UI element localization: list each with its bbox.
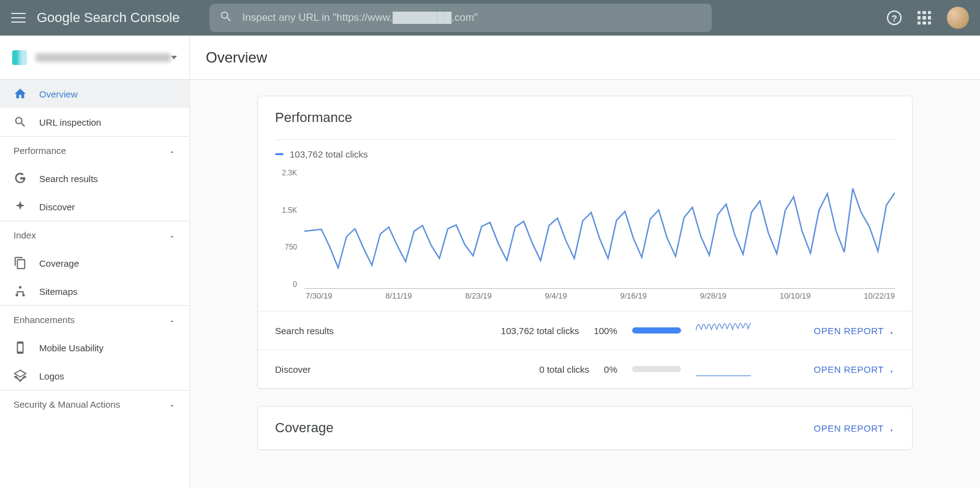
help-icon[interactable]: ? [887, 10, 902, 25]
chevron-down-icon [168, 401, 176, 408]
search-icon [13, 115, 27, 129]
summary-value: 0 total clicks [539, 364, 589, 375]
sidebar-item-overview[interactable]: Overview [0, 80, 189, 108]
open-report-search-results[interactable]: OPEN REPORT [814, 326, 895, 336]
summary-pct: 0% [604, 364, 617, 375]
property-favicon [12, 50, 27, 65]
summary-pct-bar [632, 366, 681, 372]
summary-row: Search results103,762 total clicks100%OP… [258, 311, 912, 349]
sidebar: Overview URL inspection Performance Sear… [0, 36, 190, 488]
coverage-card: Coverage OPEN REPORT [257, 406, 913, 450]
performance-card-title: Performance [275, 110, 352, 126]
url-inspect-search[interactable] [209, 4, 712, 32]
legend-swatch-icon [275, 153, 284, 155]
url-inspect-input[interactable] [241, 11, 702, 25]
sidebar-item-search-results[interactable]: Search results [0, 164, 189, 193]
sidebar-item-sitemaps[interactable]: Sitemaps [0, 277, 189, 305]
sidebar-item-logos[interactable]: Logos [0, 362, 189, 390]
sidebar-section-security[interactable]: Security & Manual Actions [0, 390, 189, 418]
brand-google: Google [37, 10, 80, 26]
performance-card: Performance 103,762 total clicks 2.3K1.5… [257, 96, 913, 389]
logos-icon [13, 369, 27, 383]
sidebar-section-performance[interactable]: Performance [0, 136, 189, 164]
property-selector[interactable] [0, 36, 189, 80]
app-brand[interactable]: Google Search Console [37, 10, 180, 26]
chevron-up-icon [168, 232, 176, 239]
chevron-right-icon [889, 425, 895, 431]
home-icon [13, 87, 27, 101]
chevron-right-icon [889, 366, 895, 372]
dropdown-caret-icon [171, 56, 177, 59]
google-g-icon [13, 172, 27, 185]
search-icon [219, 10, 233, 26]
brand-search-console: Search Console [84, 10, 180, 26]
summary-name: Discover [275, 364, 398, 375]
header-actions: ? [887, 7, 969, 29]
sidebar-item-label: Mobile Usability [39, 343, 104, 353]
sidebar-item-label: Discover [39, 202, 75, 212]
sparkline [696, 361, 751, 377]
avatar[interactable] [947, 7, 969, 29]
apps-icon[interactable] [918, 11, 931, 25]
mobile-icon [13, 341, 27, 354]
sidebar-item-coverage[interactable]: Coverage [0, 249, 189, 277]
sidebar-section-index[interactable]: Index [0, 221, 189, 249]
performance-chart: 2.3K1.5K7500 7/30/198/11/198/23/199/4/19… [275, 169, 895, 303]
sidebar-item-label: URL inspection [39, 117, 101, 128]
summary-pct: 100% [594, 326, 617, 336]
chevron-up-icon [168, 316, 176, 324]
chevron-up-icon [168, 147, 176, 154]
discover-icon [13, 200, 27, 213]
sidebar-item-discover[interactable]: Discover [0, 193, 189, 221]
sidebar-item-label: Logos [39, 371, 64, 381]
legend-text: 103,762 total clicks [290, 149, 368, 159]
sitemaps-icon [13, 284, 27, 298]
open-report-coverage[interactable]: OPEN REPORT [814, 423, 895, 433]
sidebar-section-enhancements[interactable]: Enhancements [0, 305, 189, 334]
sidebar-item-label: Overview [39, 89, 78, 99]
summary-pct-bar [632, 327, 681, 334]
summary-name: Search results [275, 326, 398, 336]
coverage-icon [13, 256, 27, 270]
property-name-redacted [36, 53, 171, 62]
chevron-right-icon [889, 327, 895, 334]
open-report-discover[interactable]: OPEN REPORT [814, 364, 895, 375]
summary-value: 103,762 total clicks [501, 326, 579, 336]
sparkline [696, 322, 751, 338]
app-header: Google Search Console ? [0, 0, 980, 36]
main-area: Overview Performance 103,762 total click… [190, 36, 980, 488]
coverage-card-title: Coverage [275, 420, 333, 436]
performance-legend: 103,762 total clicks [275, 139, 895, 169]
page-title: Overview [190, 36, 980, 80]
sidebar-item-url-inspection[interactable]: URL inspection [0, 108, 189, 136]
sidebar-item-mobile-usability[interactable]: Mobile Usability [0, 334, 189, 362]
summary-row: Discover0 total clicks0%OPEN REPORT [258, 349, 912, 388]
sidebar-item-label: Coverage [39, 258, 79, 269]
sidebar-item-label: Search results [39, 173, 98, 184]
sidebar-item-label: Sitemaps [39, 286, 78, 297]
hamburger-menu-icon[interactable] [11, 10, 26, 25]
